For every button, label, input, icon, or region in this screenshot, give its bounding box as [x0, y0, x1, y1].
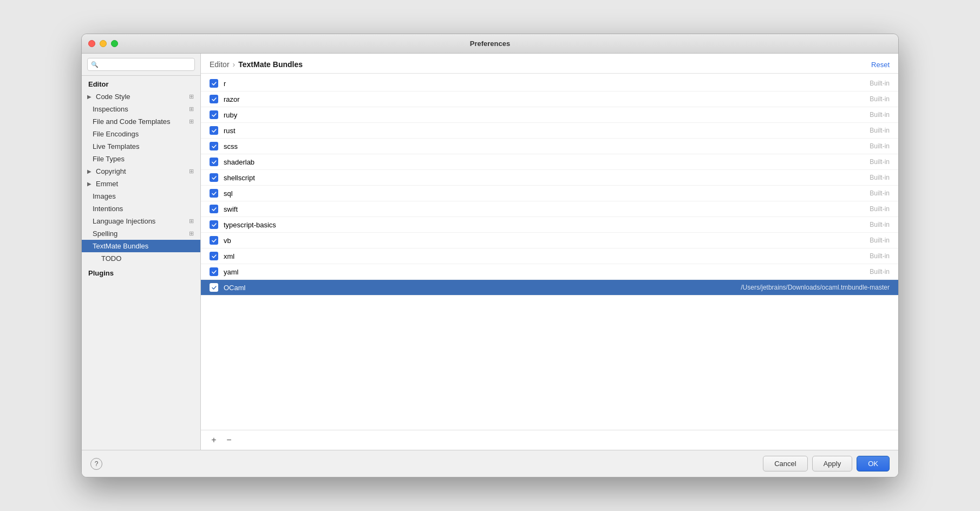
list-item[interactable]: typescript-basics Built-in — [201, 217, 898, 233]
search-icon: 🔍 — [91, 61, 99, 68]
sidebar-label: File Types — [93, 155, 125, 163]
checkbox-typescript[interactable] — [210, 220, 218, 229]
sidebar-item-intentions[interactable]: Intentions — [82, 202, 200, 215]
sidebar-label: Intentions — [93, 205, 123, 213]
copy-icon: ⊞ — [189, 106, 194, 113]
list-item[interactable]: shaderlab Built-in — [201, 154, 898, 170]
item-tag: Built-in — [870, 142, 890, 150]
copy-icon: ⊞ — [189, 168, 194, 175]
maximize-button[interactable] — [111, 40, 118, 47]
sidebar-label: Live Templates — [93, 142, 139, 150]
list-item[interactable]: scss Built-in — [201, 139, 898, 154]
breadcrumb: Editor › TextMate Bundles — [210, 60, 303, 69]
item-tag: Built-in — [870, 111, 890, 119]
bottom-bar: ? Cancel Apply OK — [82, 450, 898, 477]
list-item[interactable]: ruby Built-in — [201, 107, 898, 123]
list-item[interactable]: r Built-in — [201, 76, 898, 91]
list-item[interactable]: sql Built-in — [201, 186, 898, 201]
sidebar-item-live-templates[interactable]: Live Templates — [82, 140, 200, 153]
checkbox-razor[interactable] — [210, 95, 218, 103]
item-name: ruby — [224, 111, 870, 119]
sidebar-label: Images — [93, 192, 116, 200]
cancel-button[interactable]: Cancel — [763, 456, 807, 471]
sidebar-label: File and Code Templates — [93, 117, 171, 126]
item-name: xml — [224, 252, 870, 260]
sidebar-item-language-injections[interactable]: Language Injections ⊞ — [82, 215, 200, 227]
list-item[interactable]: vb Built-in — [201, 233, 898, 248]
apply-button[interactable]: Apply — [812, 456, 853, 471]
list-item[interactable]: swift Built-in — [201, 201, 898, 217]
copy-icon: ⊞ — [189, 230, 194, 237]
sidebar-item-textmate-bundles[interactable]: TextMate Bundles — [82, 240, 200, 252]
item-name: shellscript — [224, 174, 870, 182]
sidebar-item-images[interactable]: Images — [82, 190, 200, 202]
list-item[interactable]: yaml Built-in — [201, 264, 898, 280]
remove-bundle-button[interactable]: − — [223, 434, 236, 447]
list-item-ocaml[interactable]: OCaml /Users/jetbrains/Downloads/ocaml.t… — [201, 280, 898, 296]
breadcrumb-current: TextMate Bundles — [238, 60, 303, 69]
sidebar-label: Code Style — [96, 93, 130, 101]
sidebar-item-file-types[interactable]: File Types — [82, 153, 200, 165]
checkbox-yaml[interactable] — [210, 267, 218, 276]
checkbox-swift[interactable] — [210, 205, 218, 213]
item-path: /Users/jetbrains/Downloads/ocaml.tmbundl… — [741, 284, 890, 291]
sidebar-item-spelling[interactable]: Spelling ⊞ — [82, 227, 200, 240]
checkbox-vb[interactable] — [210, 236, 218, 245]
item-tag: Built-in — [870, 158, 890, 166]
sidebar-item-left: File and Code Templates — [93, 117, 171, 126]
copy-icon: ⊞ — [189, 218, 194, 225]
arrow-icon: ▶ — [87, 94, 92, 100]
bundles-list: r Built-in razor Built-in ruby — [201, 74, 898, 430]
list-item[interactable]: razor Built-in — [201, 91, 898, 107]
checkbox-xml[interactable] — [210, 252, 218, 260]
item-name: OCaml — [224, 284, 741, 292]
item-name: razor — [224, 95, 870, 103]
sidebar-item-left: ▶ Emmet — [87, 180, 118, 188]
sidebar-item-left: Intentions — [93, 205, 123, 213]
checkbox-ruby[interactable] — [210, 110, 218, 119]
breadcrumb-separator: › — [233, 60, 236, 69]
checkbox-ocaml[interactable] — [210, 283, 218, 292]
sidebar-item-inspections[interactable]: Inspections ⊞ — [82, 103, 200, 115]
sidebar: 🔍 Editor ▶ Code Style ⊞ Inspections ⊞ — [82, 54, 201, 450]
sidebar-item-emmet[interactable]: ▶ Emmet — [82, 178, 200, 190]
search-wrapper: 🔍 — [87, 58, 195, 71]
sidebar-label: Spelling — [93, 230, 117, 238]
reset-button[interactable]: Reset — [871, 61, 890, 69]
item-tag: Built-in — [870, 237, 890, 244]
checkbox-scss[interactable] — [210, 142, 218, 150]
sidebar-item-code-style[interactable]: ▶ Code Style ⊞ — [82, 90, 200, 103]
help-button[interactable]: ? — [90, 458, 102, 470]
list-item[interactable]: shellscript Built-in — [201, 170, 898, 186]
item-tag: Built-in — [870, 252, 890, 260]
add-bundle-button[interactable]: + — [207, 434, 220, 447]
copy-icon: ⊞ — [189, 93, 194, 100]
checkbox-r[interactable] — [210, 79, 218, 88]
content-header: Editor › TextMate Bundles Reset — [201, 54, 898, 74]
item-name: vb — [224, 237, 870, 245]
content-area: Editor › TextMate Bundles Reset r Built-… — [201, 54, 898, 450]
list-item[interactable]: xml Built-in — [201, 248, 898, 264]
checkbox-sql[interactable] — [210, 189, 218, 198]
sidebar-item-left: File Types — [93, 155, 125, 163]
list-item[interactable]: rust Built-in — [201, 123, 898, 139]
item-tag: Built-in — [870, 80, 890, 87]
action-buttons: Cancel Apply OK — [763, 456, 890, 471]
checkbox-rust[interactable] — [210, 126, 218, 135]
sidebar-item-file-encodings[interactable]: File Encodings — [82, 128, 200, 140]
item-name: scss — [224, 142, 870, 150]
window-controls — [88, 40, 118, 47]
checkbox-shellscript[interactable] — [210, 173, 218, 182]
item-tag: Built-in — [870, 95, 890, 103]
sidebar-label: TextMate Bundles — [93, 242, 148, 250]
ok-button[interactable]: OK — [857, 456, 890, 471]
sidebar-item-left: ▶ Copyright — [87, 167, 126, 175]
search-input[interactable] — [87, 58, 195, 71]
minimize-button[interactable] — [100, 40, 107, 47]
close-button[interactable] — [88, 40, 95, 47]
sidebar-item-file-code-templates[interactable]: File and Code Templates ⊞ — [82, 115, 200, 128]
main-content: 🔍 Editor ▶ Code Style ⊞ Inspections ⊞ — [82, 54, 898, 450]
checkbox-shaderlab[interactable] — [210, 158, 218, 166]
sidebar-item-todo[interactable]: TODO — [82, 252, 200, 265]
sidebar-item-copyright[interactable]: ▶ Copyright ⊞ — [82, 165, 200, 178]
